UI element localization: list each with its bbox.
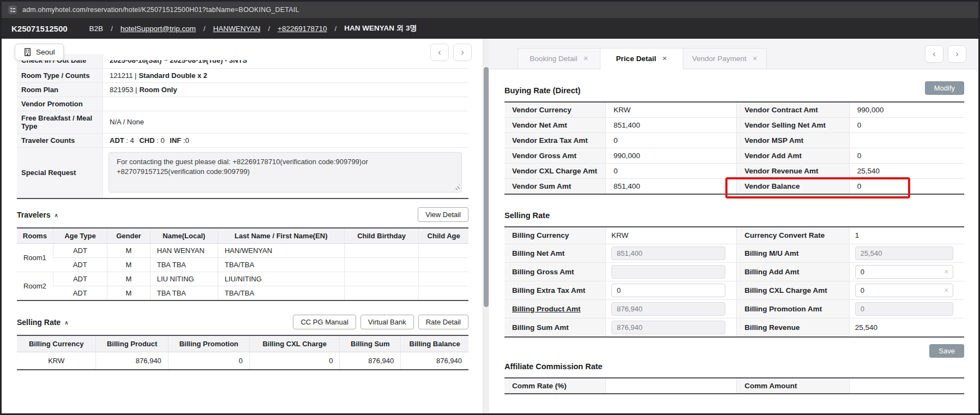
cc-pg-manual-button[interactable]: CC PG Manual — [293, 315, 356, 329]
column-header: Billing CXL Charge — [249, 335, 340, 352]
tab-label: Booking Detail — [530, 55, 577, 63]
vertical-scrollbar[interactable] — [483, 39, 489, 413]
column-header: Age Type — [53, 228, 107, 244]
next-button[interactable]: › — [948, 45, 966, 63]
room-type-name: Standard Double x 2 — [139, 71, 207, 80]
rate-detail-button[interactable]: Rate Detail — [418, 315, 468, 329]
clear-input-icon[interactable]: ✕ — [944, 287, 949, 294]
billing-cxl-charge-amt-input[interactable] — [855, 284, 953, 297]
row-label: Vendor Add Amt — [737, 148, 850, 164]
tab-price-detail[interactable]: Price Detail ✕ — [600, 48, 683, 69]
separator: / — [111, 25, 113, 33]
vendor-sum-amt-value: 851,400 — [605, 179, 736, 195]
row-label: Vendor Contract Amt — [737, 102, 850, 118]
table-row: Comm Rate (%) Comm Amount — [504, 378, 964, 394]
collapse-caret-icon[interactable]: ∧ — [55, 212, 58, 218]
billing-product-amt-link[interactable]: Billing Product Amt — [512, 305, 581, 313]
name-local-cell: TBA TBA — [150, 286, 218, 300]
table-row: Room Plan 821953 |Room Only — [17, 82, 468, 97]
child-birthday-cell — [344, 272, 419, 286]
selling-rate-section-header: Selling Rate ∧ CC PG Manual Virtual Bank… — [17, 314, 468, 330]
channel-label: B2B — [89, 25, 104, 33]
table-row: Billing Net Amt Billing M/U Amt — [504, 244, 964, 262]
billing-gross-amt-input[interactable] — [611, 265, 725, 279]
vendor-net-amt-value: 851,400 — [605, 118, 736, 133]
selling-rate-table: Billing Currency KRW Currency Convert Ra… — [504, 226, 964, 338]
table-row: Room2 ADT M LIU NITING LIU/NITING — [17, 272, 468, 286]
age-type-cell: ADT — [53, 272, 107, 286]
table-row: Billing Sum Amt Billing Revenue 25,540 — [504, 318, 964, 337]
booking-number: K25071512500 — [11, 24, 68, 33]
close-icon[interactable]: ✕ — [583, 55, 588, 62]
name-en-cell: HAN/WENYAN — [218, 243, 344, 257]
room-cell: Room2 — [17, 272, 53, 300]
row-label: Billing Net Amt — [504, 244, 605, 262]
browser-url-bar: adm.ohmyhotel.com/reservation/hotel/K250… — [2, 2, 978, 18]
phone-link[interactable]: +82269178710 — [278, 25, 327, 33]
row-label: Vendor MSP Amt — [737, 133, 850, 148]
billing-mu-amt-input[interactable] — [855, 246, 953, 260]
child-age-cell — [419, 243, 468, 257]
close-icon[interactable]: ✕ — [753, 55, 757, 62]
url-text[interactable]: adm.ohmyhotel.com/reservation/hotel/K250… — [22, 6, 299, 14]
prev-button[interactable]: ‹ — [430, 44, 449, 61]
row-label: Billing M/U Amt — [737, 244, 850, 262]
tab-vendor-payment[interactable]: Vendor Payment ✕ — [683, 48, 767, 69]
separator: / — [335, 25, 337, 33]
tab-label: Price Detail — [616, 55, 657, 63]
clear-input-icon[interactable]: ✕ — [944, 268, 949, 275]
scrollbar-thumb[interactable] — [484, 67, 489, 307]
special-request-box[interactable]: For contacting the guest please dial: +8… — [109, 152, 462, 193]
modify-button[interactable]: Modify — [925, 81, 964, 95]
price-detail-panel: Booking Detail ✕ Price Detail ✕ Vendor P… — [489, 39, 978, 413]
table-row: Room Type / Counts 121211 |Standard Doub… — [17, 68, 468, 82]
checkin-out-value: 2025-08-16(Sat) ~ 2025-08-19(Tue) - 3NTS — [110, 56, 247, 64]
close-icon[interactable]: ✕ — [662, 55, 667, 62]
room-cell: Room1 — [17, 243, 53, 272]
age-type-cell: ADT — [53, 257, 107, 272]
table-row: Vendor CXL Charge Amt 0 Vendor Revenue A… — [504, 164, 964, 179]
detail-tab-strip: Booking Detail ✕ Price Detail ✕ Vendor P… — [489, 39, 978, 69]
next-button[interactable]: › — [453, 44, 472, 61]
support-email-link[interactable]: hotelSupport@trip.com — [121, 25, 196, 33]
table-row: Room1 ADT M HAN WENYAN HAN/WENYAN — [17, 243, 468, 257]
row-label: Room Plan — [17, 82, 103, 97]
table-row: Billing Product Amt Billing Promotion Am… — [504, 299, 964, 318]
billing-balance-cell: 876,940 — [401, 352, 468, 370]
save-button[interactable]: Save — [929, 344, 964, 358]
billing-add-amt-input[interactable] — [855, 265, 953, 279]
billing-product-amt-input[interactable] — [611, 302, 725, 316]
virtual-bank-button[interactable]: Virtual Bank — [360, 315, 414, 329]
resize-handle-icon[interactable] — [454, 184, 460, 190]
row-label: Billing Promotion Amt — [737, 299, 850, 318]
billing-sum-cell: 876,940 — [340, 352, 401, 370]
vendor-contract-amt-value: 990,000 — [849, 102, 964, 118]
site-info-icon[interactable] — [8, 5, 17, 14]
column-header: Billing Sum — [340, 335, 401, 352]
comm-rate-value — [605, 378, 736, 394]
billing-promotion-amt-input[interactable] — [855, 302, 953, 316]
billing-sum-amt-input[interactable] — [611, 321, 725, 334]
billing-extra-tax-amt-input[interactable] — [611, 284, 725, 297]
table-row: Billing Extra Tax Amt Billing CXL Charge… — [504, 281, 964, 299]
table-row: Vendor Promotion — [17, 97, 468, 111]
table-row: Check In / Out Date 2025-08-16(Sat) ~ 20… — [17, 54, 468, 68]
right-panel-nav: ‹ › — [925, 45, 966, 63]
child-age-cell — [419, 286, 468, 300]
row-label: Vendor Balance — [737, 179, 850, 195]
contact-name-link[interactable]: HANWENYAN — [213, 25, 261, 33]
row-label: Vendor Extra Tax Amt — [504, 133, 605, 148]
view-detail-button[interactable]: View Detail — [418, 207, 468, 222]
table-row: Vendor Net Amt 851,400 Vendor Selling Ne… — [504, 118, 964, 133]
hotel-tab-seoul[interactable]: Seoul — [15, 44, 64, 61]
row-label: Billing CXL Charge Amt — [737, 281, 850, 299]
column-header: Billing Product — [96, 335, 168, 352]
vendor-extra-tax-amt-value: 0 — [605, 133, 736, 148]
billing-net-amt-input[interactable] — [611, 246, 725, 260]
collapse-caret-icon[interactable]: ∧ — [64, 320, 68, 326]
name-en-cell: TBA/TBA — [218, 286, 344, 300]
tab-booking-detail[interactable]: Booking Detail ✕ — [518, 48, 600, 69]
prev-button[interactable]: ‹ — [925, 45, 943, 63]
age-type-cell: ADT — [53, 286, 107, 300]
building-icon — [23, 48, 32, 56]
